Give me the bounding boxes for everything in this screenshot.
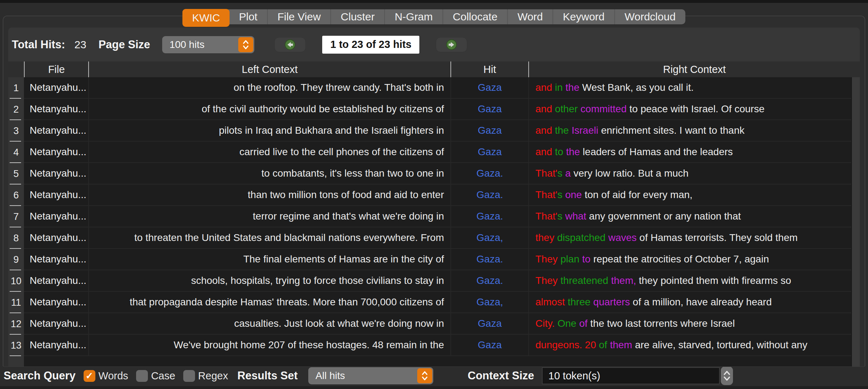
hit-cell[interactable]: Gaza <box>450 77 528 99</box>
context-token: of <box>596 339 607 351</box>
table-row[interactable]: 5Netanyahu...to combatants, it's less th… <box>8 163 860 184</box>
context-token: committed <box>578 103 627 115</box>
context-token: of a million, have already heard <box>630 296 772 308</box>
table-row[interactable]: 1Netanyahu...on the rooftop. They threw … <box>8 77 860 99</box>
file-cell: Netanyahu... <box>24 206 88 227</box>
table-row[interactable]: 13Netanyahu...We've brought home 207 of … <box>8 335 860 356</box>
context-token: That' <box>535 189 557 201</box>
hit-cell[interactable]: Gaza. <box>450 249 528 270</box>
table-header-row: File Left Context Hit Right Context <box>8 61 860 77</box>
table-row[interactable]: 7Netanyahu...terror regime and that's wh… <box>8 206 860 227</box>
results-set-select[interactable]: All hits <box>308 367 433 384</box>
row-number-cell: 11 <box>8 292 24 313</box>
row-number-cell: 6 <box>8 184 24 206</box>
left-context-cell: to threaten the United States and blackm… <box>88 227 450 249</box>
context-token: quarters <box>590 296 630 308</box>
context-size-label: Context Size <box>468 369 534 382</box>
left-context-cell: that propaganda despite Hamas' threats. … <box>88 292 450 313</box>
total-hits-label: Total Hits: <box>12 38 65 51</box>
header-right-context[interactable]: Right Context <box>528 61 860 77</box>
hit-cell[interactable]: Gaza <box>450 335 528 356</box>
vertical-scrollbar[interactable] <box>851 77 860 366</box>
right-context-cell: That's one ton of aid for every man, <box>528 184 860 206</box>
context-token: the two last torrents where Israel <box>588 318 735 329</box>
hit-cell[interactable]: Gaza. <box>450 270 528 292</box>
case-checkbox[interactable] <box>136 370 148 382</box>
context-token: of Hamas terrorists. They sold them <box>637 232 798 243</box>
hit-cell[interactable]: Gaza <box>450 120 528 142</box>
context-token: the <box>563 146 580 158</box>
hit-cell[interactable]: Gaza. <box>450 163 528 184</box>
right-context-cell: They plan to repeat the atrocities of Oc… <box>528 249 860 270</box>
left-context-cell: We've brought home 207 of these hostages… <box>88 335 450 356</box>
tab-word[interactable]: Word <box>507 9 553 24</box>
hit-cell[interactable]: Gaza <box>450 142 528 163</box>
context-token: and <box>535 146 552 158</box>
table-row[interactable]: 3Netanyahu...pilots in Iraq and Bukhara … <box>8 120 860 142</box>
words-checkbox[interactable]: ✓ <box>84 370 95 382</box>
right-context-cell: almost three quarters of a million, have… <box>528 292 860 313</box>
right-context-cell: That's a very low ratio. But a much <box>528 163 860 184</box>
main-panel: Total Hits: 23 Page Size 100 hits 1 to 2… <box>3 16 865 367</box>
context-size-input[interactable]: 10 token(s) <box>542 367 720 384</box>
next-page-button[interactable] <box>436 37 467 52</box>
page-size-select[interactable]: 100 hits <box>162 36 254 53</box>
window-bottom-edge <box>0 386 868 389</box>
right-arrow-icon <box>446 39 457 50</box>
hit-cell[interactable]: Gaza, <box>450 227 528 249</box>
header-hit[interactable]: Hit <box>450 61 528 77</box>
regex-checkbox[interactable] <box>183 370 195 382</box>
header-file[interactable]: File <box>24 61 88 77</box>
row-number-cell: 9 <box>8 249 24 270</box>
prev-page-button[interactable] <box>274 37 306 52</box>
context-token: them <box>607 339 632 351</box>
tab-cluster[interactable]: Cluster <box>330 9 384 24</box>
table-row[interactable]: 8Netanyahu...to threaten the United Stat… <box>8 227 860 249</box>
hit-cell[interactable]: Gaza. <box>450 206 528 227</box>
header-left-context[interactable]: Left Context <box>88 61 450 77</box>
left-context-cell: terror regime and that's what we're doin… <box>88 206 450 227</box>
table-row[interactable]: 11Netanyahu...that propaganda despite Ha… <box>8 292 860 313</box>
context-token: other <box>552 103 578 115</box>
row-number-cell: 10 <box>8 270 24 292</box>
hit-cell[interactable]: Gaza <box>450 99 528 120</box>
table-row[interactable]: 2Netanyahu...of the civil authority woul… <box>8 99 860 120</box>
context-token: what <box>562 211 586 222</box>
hit-range-display: 1 to 23 of 23 hits <box>322 36 419 54</box>
tab-n-gram[interactable]: N-Gram <box>384 9 443 24</box>
context-token: waves <box>605 232 637 243</box>
table-row[interactable]: 4Netanyahu...carried live to the cell ph… <box>8 142 860 163</box>
tab-kwic[interactable]: KWIC <box>183 9 230 27</box>
context-token: in <box>552 82 563 93</box>
tab-file-view[interactable]: File View <box>267 9 330 24</box>
table-row[interactable]: 10Netanyahu...schools, hospitals, trying… <box>8 270 860 292</box>
context-token: and <box>535 82 552 93</box>
file-cell: Netanyahu... <box>24 142 88 163</box>
context-token: they <box>535 232 554 243</box>
context-token: the <box>563 82 579 93</box>
tab-wordcloud[interactable]: Wordcloud <box>614 9 685 24</box>
context-token: they pointed them with firearms so <box>636 275 791 286</box>
hit-cell[interactable]: Gaza, <box>450 292 528 313</box>
context-token: to <box>552 146 563 158</box>
file-cell: Netanyahu... <box>24 120 88 142</box>
hit-cell[interactable]: Gaza. <box>450 184 528 206</box>
tab-plot[interactable]: Plot <box>229 9 267 24</box>
hit-cell[interactable]: Gaza <box>450 313 528 335</box>
row-number-cell: 5 <box>8 163 24 184</box>
row-number-cell: 3 <box>8 120 24 142</box>
context-token: City. <box>535 318 555 329</box>
context-size-spinner[interactable] <box>721 366 733 385</box>
context-token: are alive, starved, tortured, without an… <box>632 339 807 351</box>
right-context-cell: dungeons. 20 of them are alive, starved,… <box>528 335 860 356</box>
page-size-value: 100 hits <box>162 39 237 50</box>
file-cell: Netanyahu... <box>24 77 88 99</box>
updown-chevrons-icon <box>238 37 253 52</box>
tab-keyword[interactable]: Keyword <box>553 9 614 24</box>
table-row[interactable]: 6Netanyahu...than two million tons of fo… <box>8 184 860 206</box>
table-row[interactable]: 12Netanyahu...casualties. Just look at w… <box>8 313 860 335</box>
context-token: s <box>557 168 562 179</box>
context-token: one <box>562 189 582 201</box>
tab-collocate[interactable]: Collocate <box>443 9 507 24</box>
table-row[interactable]: 9Netanyahu...The final elements of Hamas… <box>8 249 860 270</box>
